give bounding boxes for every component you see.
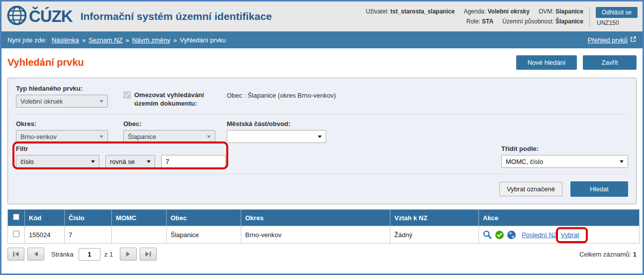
logo-text: ČÚZK bbox=[29, 7, 73, 26]
type-label: Typ hledaného prvku: bbox=[16, 85, 123, 92]
chevron-down-icon bbox=[99, 136, 103, 138]
obec-label: Obec: bbox=[123, 120, 227, 128]
globe-icon[interactable] bbox=[507, 231, 516, 239]
select-marked-button[interactable]: Vybrat označené bbox=[499, 182, 562, 196]
sort-select-value: MOMC, číslo bbox=[506, 158, 543, 165]
sort-label: Třídit podle: bbox=[501, 145, 628, 152]
form-separator bbox=[16, 114, 628, 114]
col-header-momc: MOMC bbox=[112, 210, 167, 226]
chevron-down-icon bbox=[91, 160, 95, 163]
external-link-icon bbox=[630, 36, 637, 44]
momc-select[interactable] bbox=[227, 130, 326, 143]
breadcrumb-prefix: Nyní jste zde: bbox=[7, 36, 47, 44]
chevron-down-icon bbox=[318, 136, 322, 138]
filter-field-select[interactable]: číslo bbox=[16, 155, 99, 168]
document-area-info: Obec : Šlapanice (okres Brno-venkov) bbox=[227, 85, 344, 100]
breadcrumb-link-navrh-zmeny[interactable]: Návrh změny bbox=[132, 36, 171, 44]
total-records-label: Celkem záznamů: bbox=[579, 251, 631, 258]
agenda-label: Agenda: bbox=[463, 8, 486, 15]
sort-group: Třídit podle: MOMC, číslo bbox=[501, 145, 628, 168]
sort-select[interactable]: MOMC, číslo bbox=[501, 155, 628, 168]
prev-page-button[interactable] bbox=[27, 248, 44, 261]
next-page-button[interactable] bbox=[120, 248, 137, 261]
app-code: UNZ150 bbox=[596, 19, 619, 26]
app-window: ČÚZK Informační systém územní identifika… bbox=[0, 0, 644, 275]
scope-value: Šlapanice bbox=[555, 18, 583, 25]
col-header-okres: Okres bbox=[241, 210, 390, 226]
cell-kod: 155024 bbox=[25, 226, 65, 244]
cuzk-logo: ČÚZK bbox=[6, 5, 73, 28]
col-header-akce: Akce bbox=[479, 210, 640, 226]
filter-operator-value: rovná se bbox=[110, 158, 135, 165]
logout-button[interactable]: Odhlásit se bbox=[596, 7, 638, 18]
breadcrumb: Nyní jste zde: Nástěnka » Seznam NZ » Ná… bbox=[1, 31, 643, 48]
page-label: Stránka bbox=[51, 251, 74, 258]
breadcrumb-separator: » bbox=[126, 36, 129, 44]
chevron-down-icon bbox=[147, 160, 151, 163]
last-nz-link[interactable]: Poslední NZ bbox=[522, 231, 557, 239]
page-title: Vyhledání prvku bbox=[7, 57, 84, 68]
filter-operator-select[interactable]: rovná se bbox=[105, 155, 155, 168]
filter-value-input[interactable] bbox=[161, 155, 226, 168]
user-info: Uživatel: tst_starosta_slapanice Agenda:… bbox=[366, 6, 583, 26]
filter-group: Filtr číslo rovná se bbox=[16, 145, 226, 168]
momc-label: Městská část/obvod: bbox=[227, 120, 336, 128]
col-header-kod: Kód bbox=[25, 210, 65, 226]
header-divider bbox=[589, 6, 590, 26]
role-value: STA bbox=[482, 18, 493, 25]
breadcrumb-current: Vyhledání prvku bbox=[180, 36, 226, 44]
select-all-checkbox[interactable] bbox=[13, 214, 19, 220]
okres-label: Okres: bbox=[16, 120, 123, 128]
check-circle-icon[interactable] bbox=[495, 231, 504, 239]
globe-logo-icon bbox=[6, 5, 27, 28]
search-button[interactable]: Hledat bbox=[570, 181, 628, 197]
filter-label: Filtr bbox=[16, 145, 226, 152]
prehled-prvku-link[interactable]: Přehled prvků bbox=[588, 36, 628, 44]
cell-momc bbox=[112, 226, 167, 244]
scope-label: Územní působnost: bbox=[502, 18, 553, 25]
page-input[interactable] bbox=[79, 248, 100, 261]
col-header-cislo: Číslo bbox=[65, 210, 112, 226]
new-search-button[interactable]: Nové hledání bbox=[516, 55, 577, 70]
total-records-value: 1 bbox=[633, 251, 637, 258]
results-table: Kód Číslo MOMC Obec Okres Vztah k NZ Akc… bbox=[7, 209, 640, 244]
table-row: 155024 7 Šlapanice Brno-venkov Žádný bbox=[8, 226, 640, 244]
actions-cell: Poslední NZ Vybrat bbox=[483, 230, 635, 239]
last-page-button[interactable] bbox=[140, 248, 157, 261]
role-label: Role: bbox=[466, 18, 480, 25]
search-form-panel: Typ hledaného prvku: Volební okrsek Omez… bbox=[7, 78, 637, 204]
chevron-down-icon bbox=[620, 160, 624, 163]
cell-okres: Brno-venkov bbox=[241, 226, 390, 244]
breadcrumb-link-nastenka[interactable]: Nástěnka bbox=[52, 36, 79, 44]
type-select-value: Volební okrsek bbox=[20, 98, 63, 105]
type-select: Volební okrsek bbox=[16, 95, 108, 108]
cell-vztah: Žádný bbox=[390, 226, 479, 244]
select-row-link[interactable]: Vybrat bbox=[561, 231, 579, 239]
chevron-down-icon bbox=[99, 100, 103, 103]
restrict-checkbox bbox=[123, 91, 131, 99]
obec-select-value: Šlapanice bbox=[128, 133, 156, 140]
close-button[interactable]: Zavřít bbox=[583, 55, 637, 70]
total-records: Celkem záznamů: 1 bbox=[579, 251, 637, 258]
breadcrumb-separator: » bbox=[173, 36, 177, 44]
app-header: ČÚZK Informační systém územní identifika… bbox=[1, 1, 643, 31]
app-title: Informační systém územní identifikace bbox=[81, 10, 272, 22]
cell-cislo: 7 bbox=[65, 226, 112, 244]
pagination-bar: Stránka z 1 Celkem záznamů: 1 bbox=[7, 248, 637, 261]
row-checkbox[interactable] bbox=[13, 231, 19, 237]
filter-field-value: číslo bbox=[20, 158, 34, 165]
ovm-label: OVM: bbox=[539, 8, 554, 15]
breadcrumb-separator: » bbox=[82, 36, 86, 44]
okres-select: Brno-venkov bbox=[16, 130, 108, 143]
search-detail-icon[interactable] bbox=[483, 230, 492, 239]
first-page-button[interactable] bbox=[7, 248, 24, 261]
user-value: tst_starosta_slapanice bbox=[390, 8, 455, 15]
ovm-value: Slapanice bbox=[555, 8, 583, 15]
col-header-obec: Obec bbox=[167, 210, 241, 226]
okres-select-value: Brno-venkov bbox=[20, 133, 57, 140]
restrict-label: Omezovat vyhledávání územím dokumentu: bbox=[134, 91, 216, 108]
table-header-row: Kód Číslo MOMC Obec Okres Vztah k NZ Akc… bbox=[8, 210, 640, 226]
user-label: Uživatel: bbox=[366, 8, 389, 15]
page-count: z 1 bbox=[104, 251, 113, 258]
breadcrumb-link-seznam-nz[interactable]: Seznam NZ bbox=[89, 36, 123, 44]
